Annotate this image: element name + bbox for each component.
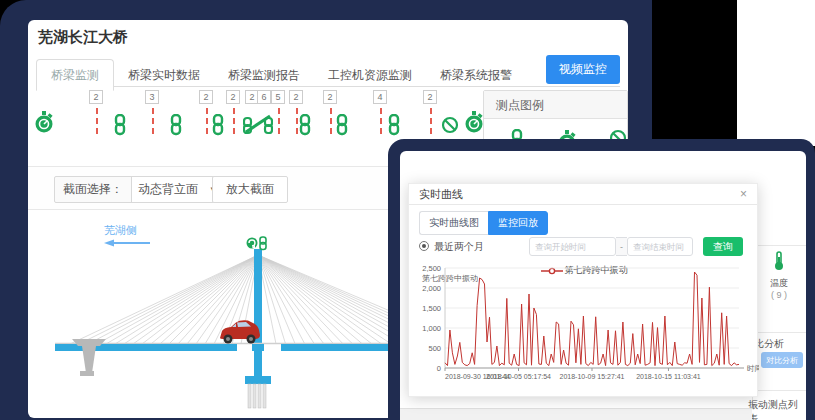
chain-sensor-icon[interactable] — [388, 114, 400, 136]
bridge-pier — [245, 376, 271, 408]
vibration-chart: 05001,0001,5002,0002,5002018-09-30 16:01… — [409, 258, 759, 398]
chain-sensor[interactable] — [336, 114, 348, 140]
dialog-tab-0[interactable]: 实时曲线图 — [419, 211, 488, 235]
svg-text:500: 500 — [428, 344, 441, 353]
section-select-dropdown[interactable]: 动态背立面 ▼ — [131, 177, 223, 202]
main-tab-1[interactable]: 桥梁实时数据 — [114, 60, 214, 90]
recent-two-months-radio[interactable] — [419, 241, 429, 251]
temperature-sensor-item[interactable]: 温度 ( 9 ) — [752, 251, 806, 300]
expansion-joint-icon[interactable] — [243, 112, 273, 136]
gauge-sensor-icon[interactable] — [34, 110, 54, 134]
query-button[interactable]: 查询 — [703, 237, 743, 256]
temperature-count: ( 9 ) — [752, 290, 806, 300]
sensor-position-dash — [330, 108, 332, 134]
sensor-count-badge: 4 — [373, 90, 387, 104]
dialog-title: 实时曲线 — [419, 187, 463, 202]
svg-text:1,500: 1,500 — [422, 304, 441, 313]
legend-panel-title: 测点图例 — [484, 91, 627, 119]
chain-sensor-icon[interactable] — [170, 114, 182, 136]
sensor-position-dash — [152, 108, 154, 134]
chain-sensor[interactable] — [299, 114, 311, 140]
measure-point-list-label: 振动测点列表 — [748, 398, 806, 420]
query-end-time-input[interactable] — [627, 237, 693, 256]
sensor-count-badge: 2 — [226, 90, 240, 104]
video-monitor-button[interactable]: 视频监控 — [546, 55, 620, 84]
sensor-count-badge: 2 — [89, 90, 103, 104]
section-select-value: 动态背立面 — [138, 177, 198, 202]
background-window — [737, 0, 815, 146]
sensor-count-badge: 2 — [199, 90, 213, 104]
main-tab-0[interactable]: 桥梁监测 — [36, 59, 114, 91]
chain-sensor-icon[interactable] — [212, 114, 224, 136]
svg-text:2,500: 2,500 — [422, 264, 441, 273]
thermometer-icon — [773, 251, 785, 271]
svg-text:时间: 时间 — [747, 364, 759, 373]
vibration-window: 温度 ( 9 ) 对比分析 对比分析 振动测点列表 实时曲线 × 实时曲线图监控… — [400, 151, 806, 420]
main-tab-4[interactable]: 桥梁系统报警 — [426, 60, 526, 90]
sensor-position-dash — [430, 108, 432, 134]
temperature-label: 温度 — [752, 277, 806, 290]
radio-label: 最近两个月 — [434, 240, 484, 254]
sensor-count-badge: 3 — [145, 90, 159, 104]
main-tab-bar: 桥梁监测桥梁实时数据桥梁监测报告工控机资源监测桥梁系统报警视频监控 — [36, 58, 620, 87]
table-header-bar — [400, 408, 752, 420]
main-tab-3[interactable]: 工控机资源监测 — [314, 60, 426, 90]
chain-sensor-icon[interactable] — [114, 114, 126, 136]
svg-text:2018-10-09 15:27:41: 2018-10-09 15:27:41 — [560, 373, 625, 380]
joint-sensor[interactable] — [243, 112, 273, 140]
chain-sensor[interactable] — [114, 114, 126, 140]
noentry-sensor[interactable] — [441, 116, 459, 138]
bridge-abutment — [72, 339, 106, 376]
popup-window-frame: 温度 ( 9 ) 对比分析 对比分析 振动测点列表 实时曲线 × 实时曲线图监控… — [388, 139, 815, 420]
dialog-tab-group: 实时曲线图监控回放 — [419, 211, 548, 235]
gps-sensor-icon — [247, 237, 267, 250]
sensor-position-dash — [296, 108, 298, 134]
sensor-position-dash — [380, 108, 382, 134]
section-select-label: 截面选择： — [55, 177, 131, 202]
sensor-count-badge: 6 — [257, 90, 271, 104]
svg-text:2,000: 2,000 — [422, 284, 441, 293]
sensor-count-badge: 2 — [289, 90, 303, 104]
desktop: 芜湖长江大桥 桥梁监测桥梁实时数据桥梁监测报告工控机资源监测桥梁系统报警视频监控… — [0, 0, 815, 420]
chain-sensor-icon[interactable] — [336, 114, 348, 136]
svg-text:1,000: 1,000 — [422, 324, 441, 333]
dialog-tab-1[interactable]: 监控回放 — [488, 211, 548, 235]
vibration-series — [445, 272, 739, 366]
car — [220, 320, 260, 343]
page-title: 芜湖长江大桥 — [38, 28, 128, 47]
svg-text:2018-10-15 11:03:41: 2018-10-15 11:03:41 — [636, 373, 701, 380]
sensor-position-dash — [233, 108, 235, 134]
chain-sensor[interactable] — [212, 114, 224, 140]
realtime-curve-dialog: 实时曲线 × 实时曲线图监控回放 最近两个月 - 查询 — [408, 183, 758, 397]
gauge-sensor[interactable] — [34, 110, 54, 138]
sensor-position-dash — [96, 108, 98, 134]
main-tab-2[interactable]: 桥梁监测报告 — [214, 60, 314, 90]
chain-sensor-icon[interactable] — [299, 114, 311, 136]
compare-analysis-button[interactable]: 对比分析 — [761, 352, 803, 368]
sensor-count-badge: 5 — [271, 90, 285, 104]
sensor-row: 23222652242 — [28, 90, 508, 146]
chain-sensor[interactable] — [170, 114, 182, 140]
section-select-group: 截面选择： 动态背立面 ▼ — [54, 176, 224, 203]
gauge-sensor-icon[interactable] — [464, 110, 484, 134]
bridge-tower — [254, 249, 262, 383]
dialog-filter-row: 最近两个月 - 查询 — [419, 237, 749, 257]
chain-sensor[interactable] — [388, 114, 400, 140]
query-start-time-input[interactable] — [529, 237, 616, 256]
sensor-count-badge: 2 — [323, 90, 337, 104]
date-range-separator: - — [616, 237, 627, 256]
gauge-sensor[interactable] — [464, 110, 484, 138]
sensor-count-badge: 2 — [423, 90, 437, 104]
close-icon[interactable]: × — [740, 188, 747, 200]
svg-text:0: 0 — [437, 364, 441, 373]
sensor-position-dash — [206, 108, 208, 134]
dialog-titlebar: 实时曲线 × — [409, 184, 757, 205]
sensor-position-dash — [278, 108, 280, 134]
svg-text:2018-10-05 05:17:54: 2018-10-05 05:17:54 — [486, 373, 551, 380]
no-entry-icon[interactable] — [441, 116, 459, 134]
enlarge-section-button[interactable]: 放大截面 — [212, 176, 288, 203]
